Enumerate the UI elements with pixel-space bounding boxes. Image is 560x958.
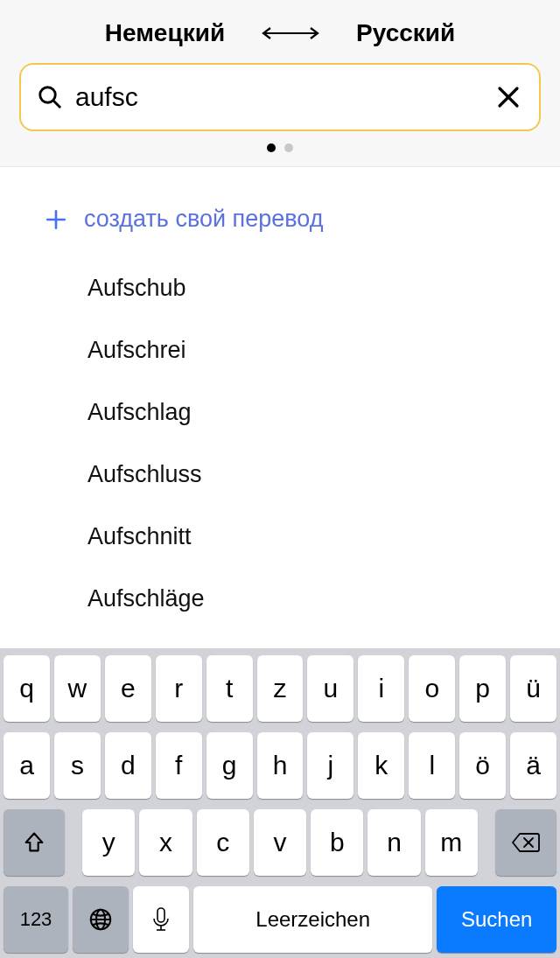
key-b[interactable]: b: [311, 809, 363, 876]
key-t[interactable]: t: [206, 655, 253, 722]
suggestion-item[interactable]: Aufschnitt: [44, 506, 560, 568]
key-a-umlaut[interactable]: ä: [510, 732, 556, 799]
keyboard-row-1: q w e r t z u i o p ü: [4, 655, 556, 722]
key-h[interactable]: h: [257, 732, 304, 799]
keyboard-row-2: a s d f g h j k l ö ä: [4, 732, 556, 799]
key-w[interactable]: w: [54, 655, 101, 722]
suggestion-item[interactable]: Aufschrei: [44, 319, 560, 381]
page-indicator: [0, 131, 560, 157]
key-u-umlaut[interactable]: ü: [510, 655, 556, 722]
keyboard-row-3: y x c v b n m: [4, 809, 556, 876]
key-p[interactable]: p: [459, 655, 506, 722]
key-s[interactable]: s: [54, 732, 101, 799]
suggestion-item[interactable]: Aufschläge: [44, 568, 560, 630]
key-z[interactable]: z: [257, 655, 304, 722]
key-o-umlaut[interactable]: ö: [459, 732, 506, 799]
key-q[interactable]: q: [4, 655, 50, 722]
key-space[interactable]: Leerzeichen: [193, 886, 432, 953]
create-translation-label: создать свой перевод: [84, 206, 323, 233]
key-d[interactable]: d: [105, 732, 151, 799]
key-l[interactable]: l: [409, 732, 455, 799]
source-language-label[interactable]: Немецкий: [105, 19, 225, 47]
key-k[interactable]: k: [358, 732, 404, 799]
suggestion-item[interactable]: Aufschluss: [44, 444, 560, 506]
keyboard: q w e r t z u i o p ü a s d f g h j k l …: [0, 648, 560, 958]
key-u[interactable]: u: [307, 655, 354, 722]
target-language-label[interactable]: Русский: [356, 19, 455, 47]
backspace-icon: [511, 831, 541, 854]
search-icon: [37, 84, 63, 110]
svg-line-2: [53, 101, 60, 107]
key-v[interactable]: v: [254, 809, 306, 876]
close-icon: [495, 84, 522, 110]
svg-rect-12: [158, 908, 164, 922]
top-bar: Немецкий Русский: [0, 0, 560, 167]
clear-search-button[interactable]: [494, 82, 523, 112]
plus-icon: [44, 207, 68, 232]
key-numeric[interactable]: 123: [4, 886, 68, 953]
key-g[interactable]: g: [206, 732, 253, 799]
suggestion-item[interactable]: Aufschub: [44, 257, 560, 319]
key-a[interactable]: a: [4, 732, 50, 799]
search-input[interactable]: [75, 82, 494, 112]
key-o[interactable]: o: [409, 655, 455, 722]
key-f[interactable]: f: [156, 732, 202, 799]
key-x[interactable]: x: [139, 809, 192, 876]
language-row: Немецкий Русский: [0, 9, 560, 63]
key-globe[interactable]: [73, 886, 129, 953]
key-dictation[interactable]: [133, 886, 189, 953]
key-m[interactable]: m: [425, 809, 478, 876]
key-n[interactable]: n: [368, 809, 420, 876]
key-shift[interactable]: [4, 809, 65, 876]
microphone-icon: [151, 906, 171, 933]
globe-icon: [88, 906, 114, 933]
key-i[interactable]: i: [358, 655, 404, 722]
key-backspace[interactable]: [495, 809, 556, 876]
suggestions-list: создать свой перевод Aufschub Aufschrei …: [0, 167, 560, 630]
swap-languages-icon[interactable]: [260, 25, 321, 41]
key-r[interactable]: r: [156, 655, 202, 722]
key-y[interactable]: y: [82, 809, 135, 876]
key-search[interactable]: Suchen: [437, 886, 556, 953]
shift-icon: [22, 830, 46, 855]
page-dot-active: [267, 143, 276, 152]
suggestion-item[interactable]: Aufschlag: [44, 381, 560, 444]
page-dot-inactive: [284, 143, 293, 152]
key-c[interactable]: c: [197, 809, 249, 876]
keyboard-row-4: 123 Leerzeichen Suchen: [4, 886, 556, 953]
key-j[interactable]: j: [307, 732, 354, 799]
search-box[interactable]: [19, 63, 541, 131]
key-e[interactable]: e: [105, 655, 151, 722]
create-translation-row[interactable]: создать свой перевод: [44, 193, 560, 257]
